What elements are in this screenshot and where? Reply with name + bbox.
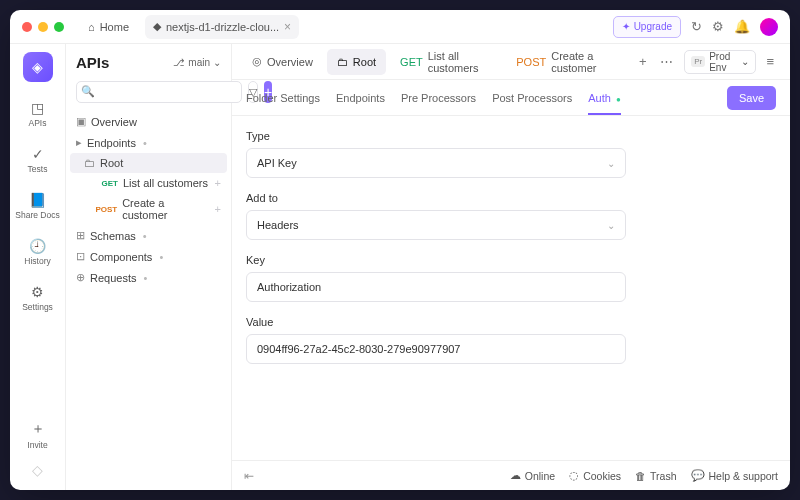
upgrade-label: Upgrade bbox=[634, 21, 672, 32]
invite-icon: ＋ bbox=[31, 420, 45, 438]
trash-label: Trash bbox=[650, 470, 676, 482]
refresh-icon[interactable]: ↻ bbox=[691, 19, 702, 34]
dirty-dot: • bbox=[159, 251, 163, 263]
http-method-badge: GET bbox=[94, 179, 118, 188]
trash-icon: 🗑 bbox=[635, 470, 646, 482]
tree-requests[interactable]: ⊕ Requests • bbox=[66, 267, 231, 288]
main-tab-create-customer[interactable]: POST Create a customer bbox=[506, 49, 629, 75]
tree-label: Components bbox=[90, 251, 152, 263]
settings-gear-icon[interactable]: ⚙ bbox=[712, 19, 724, 34]
main-tab-root[interactable]: 🗀 Root bbox=[327, 49, 386, 75]
cookies-button[interactable]: ◌Cookies bbox=[569, 469, 621, 482]
rail-tests[interactable]: ✓ Tests bbox=[10, 140, 65, 180]
tree-overview[interactable]: ▣ Overview bbox=[66, 111, 231, 132]
save-button[interactable]: Save bbox=[727, 86, 776, 110]
tree-label: Create a customer bbox=[122, 197, 209, 221]
main-tab-overview[interactable]: ◎ Overview bbox=[242, 49, 323, 75]
env-settings-button[interactable]: ≡ bbox=[760, 50, 780, 74]
subtab-endpoints[interactable]: Endpoints bbox=[336, 82, 385, 114]
tree-endpoint-create-customer[interactable]: POST Create a customer + bbox=[66, 193, 231, 225]
folder-icon: 🗀 bbox=[337, 56, 348, 68]
rail-label: Settings bbox=[22, 302, 53, 312]
tree-label: Requests bbox=[90, 272, 136, 284]
key-input[interactable] bbox=[246, 272, 626, 302]
http-method-badge: GET bbox=[400, 56, 423, 68]
eye-icon: ◎ bbox=[252, 55, 262, 68]
close-window-button[interactable] bbox=[22, 22, 32, 32]
folder-icon: ▸ bbox=[76, 136, 82, 149]
tree-schemas[interactable]: ⊞ Schemas • bbox=[66, 225, 231, 246]
rail-label: Share Docs bbox=[15, 210, 59, 220]
apis-icon: ◳ bbox=[31, 100, 44, 116]
rail-label: Tests bbox=[28, 164, 48, 174]
rail-apis[interactable]: ◳ APIs bbox=[10, 94, 65, 134]
sidebar-title: APIs bbox=[76, 54, 109, 71]
http-method-badge: POST bbox=[516, 56, 546, 68]
apidog-icon: ◇ bbox=[32, 462, 43, 478]
online-label: Online bbox=[525, 470, 555, 482]
add-icon[interactable]: + bbox=[215, 177, 221, 189]
subtab-label: Auth bbox=[588, 92, 611, 104]
type-select[interactable]: API Key ⌄ bbox=[246, 148, 626, 178]
tree-label: Root bbox=[100, 157, 123, 169]
notifications-icon[interactable]: 🔔 bbox=[734, 19, 750, 34]
value-input[interactable] bbox=[246, 334, 626, 364]
addto-label: Add to bbox=[246, 192, 776, 204]
help-label: Help & support bbox=[709, 470, 778, 482]
main-tab-list-customers[interactable]: GET List all customers bbox=[390, 49, 502, 75]
dirty-dot: • bbox=[143, 230, 147, 242]
subtab-pre-processors[interactable]: Pre Processors bbox=[401, 82, 476, 114]
home-label: Home bbox=[100, 21, 129, 33]
rail-invite[interactable]: ＋ Invite bbox=[10, 414, 65, 456]
tree-root-folder[interactable]: 🗀 Root bbox=[70, 153, 227, 173]
value-label: Value bbox=[246, 316, 776, 328]
auth-form: Type API Key ⌄ Add to Headers ⌄ Key bbox=[232, 116, 790, 460]
tree-components[interactable]: ⊡ Components • bbox=[66, 246, 231, 267]
branch-selector[interactable]: ⎇ main ⌄ bbox=[173, 57, 221, 68]
collapse-sidebar-icon[interactable]: ⇤ bbox=[244, 469, 254, 483]
new-tab-button[interactable]: + bbox=[633, 50, 653, 74]
rail-sharedocs[interactable]: 📘 Share Docs bbox=[10, 186, 65, 226]
minimize-window-button[interactable] bbox=[38, 22, 48, 32]
dirty-dot: • bbox=[143, 272, 147, 284]
rail-settings[interactable]: ⚙ Settings bbox=[10, 278, 65, 318]
help-button[interactable]: 💬Help & support bbox=[691, 469, 778, 482]
online-status[interactable]: ☁Online bbox=[510, 469, 555, 482]
rail-history[interactable]: 🕘 History bbox=[10, 232, 65, 272]
close-tab-icon[interactable]: × bbox=[284, 20, 291, 34]
more-tabs-button[interactable]: ⋯ bbox=[657, 50, 677, 74]
main-tab-label: List all customers bbox=[428, 50, 493, 74]
tree-endpoint-list-customers[interactable]: GET List all customers + bbox=[66, 173, 231, 193]
branch-icon: ⎇ bbox=[173, 57, 185, 68]
tree-label: Overview bbox=[91, 116, 137, 128]
sidebar: APIs ⎇ main ⌄ 🔍 ▽ + ▣ Overview bbox=[66, 44, 232, 490]
home-tab[interactable]: ⌂ Home bbox=[80, 15, 137, 39]
subtab-auth[interactable]: Auth ● bbox=[588, 82, 621, 114]
main-tab-label: Root bbox=[353, 56, 376, 68]
branch-label: main bbox=[188, 57, 210, 68]
search-input[interactable] bbox=[76, 81, 242, 103]
addto-select[interactable]: Headers ⌄ bbox=[246, 210, 626, 240]
schemas-icon: ⊞ bbox=[76, 229, 85, 242]
chevron-down-icon: ⌄ bbox=[741, 56, 749, 67]
app-logo[interactable]: ◈ bbox=[23, 52, 53, 82]
chevron-down-icon: ⌄ bbox=[213, 57, 221, 68]
trash-button[interactable]: 🗑Trash bbox=[635, 470, 676, 482]
tree-endpoints[interactable]: ▸ Endpoints • bbox=[66, 132, 231, 153]
cookies-label: Cookies bbox=[583, 470, 621, 482]
user-avatar[interactable] bbox=[760, 18, 778, 36]
project-tab[interactable]: ◆ nextjs-d1-drizzle-clou... × bbox=[145, 15, 299, 39]
key-label: Key bbox=[246, 254, 776, 266]
home-icon: ⌂ bbox=[88, 21, 95, 33]
type-value: API Key bbox=[257, 157, 297, 169]
maximize-window-button[interactable] bbox=[54, 22, 64, 32]
tree-label: List all customers bbox=[123, 177, 208, 189]
env-label: Prod Env bbox=[709, 51, 737, 73]
upgrade-button[interactable]: ✦ Upgrade bbox=[613, 16, 681, 38]
subtab-post-processors[interactable]: Post Processors bbox=[492, 82, 572, 114]
add-icon[interactable]: + bbox=[215, 203, 221, 215]
subtab-folder-settings[interactable]: Folder Settings bbox=[246, 82, 320, 114]
api-tree: ▣ Overview ▸ Endpoints • 🗀 Root GET List… bbox=[66, 111, 231, 490]
environment-selector[interactable]: Pr Prod Env ⌄ bbox=[684, 50, 756, 74]
chevron-down-icon: ⌄ bbox=[607, 220, 615, 231]
